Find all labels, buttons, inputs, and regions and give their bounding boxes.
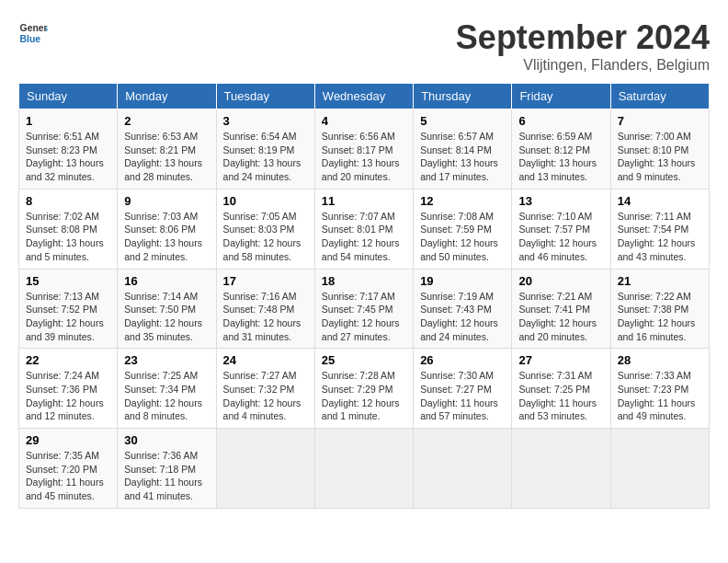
- calendar-week-0: 1Sunrise: 6:51 AM Sunset: 8:23 PM Daylig…: [19, 109, 710, 190]
- col-thursday: Thursday: [414, 84, 512, 109]
- day-number: 9: [124, 194, 209, 208]
- table-row: 14Sunrise: 7:11 AM Sunset: 7:54 PM Dayli…: [610, 189, 709, 269]
- table-row: [314, 429, 413, 509]
- day-number: 26: [420, 353, 505, 367]
- table-row: 30Sunrise: 7:36 AM Sunset: 7:18 PM Dayli…: [118, 429, 216, 509]
- day-info: Sunrise: 7:27 AM Sunset: 7:32 PM Dayligh…: [223, 369, 308, 423]
- day-info: Sunrise: 6:51 AM Sunset: 8:23 PM Dayligh…: [26, 130, 110, 184]
- day-info: Sunrise: 7:07 AM Sunset: 8:01 PM Dayligh…: [322, 210, 406, 264]
- day-info: Sunrise: 7:11 AM Sunset: 7:54 PM Dayligh…: [618, 210, 702, 264]
- month-title: September 2024: [456, 18, 710, 57]
- day-number: 15: [26, 274, 110, 288]
- day-info: Sunrise: 6:56 AM Sunset: 8:17 PM Dayligh…: [322, 130, 406, 184]
- day-number: 11: [322, 194, 406, 208]
- col-monday: Monday: [118, 84, 216, 109]
- day-info: Sunrise: 7:31 AM Sunset: 7:25 PM Dayligh…: [518, 369, 603, 423]
- svg-text:General: General: [20, 23, 48, 33]
- day-number: 30: [124, 433, 209, 447]
- table-row: 25Sunrise: 7:28 AM Sunset: 7:29 PM Dayli…: [314, 349, 413, 429]
- table-row: 8Sunrise: 7:02 AM Sunset: 8:08 PM Daylig…: [19, 189, 118, 269]
- day-number: 8: [26, 194, 110, 208]
- table-row: 29Sunrise: 7:35 AM Sunset: 7:20 PM Dayli…: [19, 429, 118, 509]
- day-number: 19: [420, 274, 505, 288]
- day-number: 20: [518, 274, 603, 288]
- day-info: Sunrise: 7:08 AM Sunset: 7:59 PM Dayligh…: [420, 210, 505, 264]
- day-number: 29: [26, 433, 110, 447]
- table-row: 22Sunrise: 7:24 AM Sunset: 7:36 PM Dayli…: [19, 349, 118, 429]
- table-row: 7Sunrise: 7:00 AM Sunset: 8:10 PM Daylig…: [610, 109, 709, 190]
- day-number: 5: [420, 114, 505, 128]
- table-row: 24Sunrise: 7:27 AM Sunset: 7:32 PM Dayli…: [216, 349, 314, 429]
- table-row: 1Sunrise: 6:51 AM Sunset: 8:23 PM Daylig…: [19, 109, 118, 190]
- logo-icon: General Blue: [18, 18, 48, 48]
- day-number: 25: [322, 353, 406, 367]
- day-info: Sunrise: 7:22 AM Sunset: 7:38 PM Dayligh…: [618, 290, 702, 344]
- day-info: Sunrise: 7:02 AM Sunset: 8:08 PM Dayligh…: [26, 210, 110, 264]
- day-info: Sunrise: 6:59 AM Sunset: 8:12 PM Dayligh…: [518, 130, 603, 184]
- day-info: Sunrise: 7:28 AM Sunset: 7:29 PM Dayligh…: [322, 369, 406, 423]
- table-row: 19Sunrise: 7:19 AM Sunset: 7:43 PM Dayli…: [414, 269, 512, 349]
- title-block: September 2024 Vlijtingen, Flanders, Bel…: [456, 18, 710, 74]
- col-sunday: Sunday: [19, 84, 118, 109]
- day-number: 22: [26, 353, 110, 367]
- page-header: General Blue September 2024 Vlijtingen, …: [18, 18, 710, 74]
- header-row: Sunday Monday Tuesday Wednesday Thursday…: [19, 84, 710, 109]
- day-number: 27: [518, 353, 603, 367]
- svg-text:Blue: Blue: [20, 34, 41, 44]
- table-row: 16Sunrise: 7:14 AM Sunset: 7:50 PM Dayli…: [118, 269, 216, 349]
- table-row: [610, 429, 709, 509]
- table-row: 26Sunrise: 7:30 AM Sunset: 7:27 PM Dayli…: [414, 349, 512, 429]
- day-number: 24: [223, 353, 308, 367]
- table-row: 28Sunrise: 7:33 AM Sunset: 7:23 PM Dayli…: [610, 349, 709, 429]
- day-number: 13: [518, 194, 603, 208]
- col-wednesday: Wednesday: [314, 84, 413, 109]
- day-info: Sunrise: 7:36 AM Sunset: 7:18 PM Dayligh…: [124, 449, 209, 503]
- table-row: 2Sunrise: 6:53 AM Sunset: 8:21 PM Daylig…: [118, 109, 216, 190]
- day-number: 17: [223, 274, 308, 288]
- calendar-week-2: 15Sunrise: 7:13 AM Sunset: 7:52 PM Dayli…: [19, 269, 710, 349]
- table-row: 12Sunrise: 7:08 AM Sunset: 7:59 PM Dayli…: [414, 189, 512, 269]
- day-info: Sunrise: 7:25 AM Sunset: 7:34 PM Dayligh…: [124, 369, 209, 423]
- day-info: Sunrise: 6:54 AM Sunset: 8:19 PM Dayligh…: [223, 130, 308, 184]
- table-row: 11Sunrise: 7:07 AM Sunset: 8:01 PM Dayli…: [314, 189, 413, 269]
- day-number: 7: [618, 114, 702, 128]
- day-number: 28: [618, 353, 702, 367]
- day-number: 2: [124, 114, 209, 128]
- day-number: 4: [322, 114, 406, 128]
- table-row: 3Sunrise: 6:54 AM Sunset: 8:19 PM Daylig…: [216, 109, 314, 190]
- logo: General Blue: [18, 18, 48, 48]
- table-row: 9Sunrise: 7:03 AM Sunset: 8:06 PM Daylig…: [118, 189, 216, 269]
- table-row: 5Sunrise: 6:57 AM Sunset: 8:14 PM Daylig…: [414, 109, 512, 190]
- calendar-week-4: 29Sunrise: 7:35 AM Sunset: 7:20 PM Dayli…: [19, 429, 710, 509]
- day-info: Sunrise: 7:16 AM Sunset: 7:48 PM Dayligh…: [223, 290, 308, 344]
- table-row: 4Sunrise: 6:56 AM Sunset: 8:17 PM Daylig…: [314, 109, 413, 190]
- day-number: 23: [124, 353, 209, 367]
- day-info: Sunrise: 7:10 AM Sunset: 7:57 PM Dayligh…: [518, 210, 603, 264]
- location-subtitle: Vlijtingen, Flanders, Belgium: [456, 57, 710, 74]
- day-info: Sunrise: 7:24 AM Sunset: 7:36 PM Dayligh…: [26, 369, 110, 423]
- day-number: 10: [223, 194, 308, 208]
- table-row: 20Sunrise: 7:21 AM Sunset: 7:41 PM Dayli…: [512, 269, 610, 349]
- table-row: [414, 429, 512, 509]
- table-row: 15Sunrise: 7:13 AM Sunset: 7:52 PM Dayli…: [19, 269, 118, 349]
- table-row: 27Sunrise: 7:31 AM Sunset: 7:25 PM Dayli…: [512, 349, 610, 429]
- calendar-week-3: 22Sunrise: 7:24 AM Sunset: 7:36 PM Dayli…: [19, 349, 710, 429]
- day-info: Sunrise: 7:21 AM Sunset: 7:41 PM Dayligh…: [518, 290, 603, 344]
- day-info: Sunrise: 7:17 AM Sunset: 7:45 PM Dayligh…: [322, 290, 406, 344]
- day-info: Sunrise: 6:53 AM Sunset: 8:21 PM Dayligh…: [124, 130, 209, 184]
- day-info: Sunrise: 7:30 AM Sunset: 7:27 PM Dayligh…: [420, 369, 505, 423]
- table-row: 21Sunrise: 7:22 AM Sunset: 7:38 PM Dayli…: [610, 269, 709, 349]
- table-row: [216, 429, 314, 509]
- day-info: Sunrise: 7:03 AM Sunset: 8:06 PM Dayligh…: [124, 210, 209, 264]
- day-number: 12: [420, 194, 505, 208]
- day-info: Sunrise: 7:35 AM Sunset: 7:20 PM Dayligh…: [26, 449, 110, 503]
- table-row: 6Sunrise: 6:59 AM Sunset: 8:12 PM Daylig…: [512, 109, 610, 190]
- table-row: 10Sunrise: 7:05 AM Sunset: 8:03 PM Dayli…: [216, 189, 314, 269]
- table-row: 23Sunrise: 7:25 AM Sunset: 7:34 PM Dayli…: [118, 349, 216, 429]
- day-number: 14: [618, 194, 702, 208]
- day-info: Sunrise: 7:14 AM Sunset: 7:50 PM Dayligh…: [124, 290, 209, 344]
- table-row: 13Sunrise: 7:10 AM Sunset: 7:57 PM Dayli…: [512, 189, 610, 269]
- table-row: 18Sunrise: 7:17 AM Sunset: 7:45 PM Dayli…: [314, 269, 413, 349]
- day-number: 1: [26, 114, 110, 128]
- col-friday: Friday: [512, 84, 610, 109]
